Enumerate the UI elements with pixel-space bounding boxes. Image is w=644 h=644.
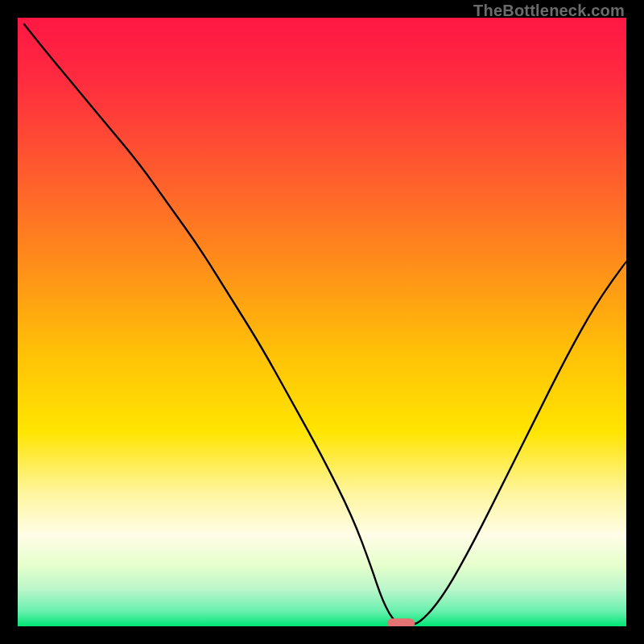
optimal-marker bbox=[387, 618, 415, 626]
gradient-background bbox=[18, 18, 626, 626]
chart-frame bbox=[18, 18, 626, 626]
watermark-text: TheBottleneck.com bbox=[473, 2, 625, 20]
chart-svg bbox=[18, 18, 626, 626]
